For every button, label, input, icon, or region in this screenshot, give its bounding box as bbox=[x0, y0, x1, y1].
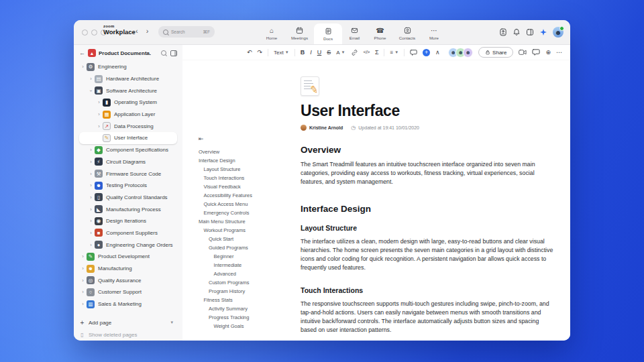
search-input[interactable]: Search ⌘F bbox=[158, 26, 215, 38]
chevron-right-icon[interactable]: › bbox=[88, 159, 94, 165]
sidebar-item-manufacturing-process[interactable]: ›◣Manufacturing Process bbox=[79, 203, 177, 215]
outline-item-emergency-controls[interactable]: Emergency Controls bbox=[199, 208, 297, 217]
align-list-dropdown[interactable]: ≡▼ bbox=[390, 50, 398, 56]
code-icon[interactable]: </> bbox=[364, 50, 370, 55]
outline-item-touch-interactions[interactable]: Touch Interactions bbox=[199, 174, 297, 182]
back-icon[interactable]: ‹ bbox=[136, 27, 138, 35]
outline-item-weight-goals[interactable]: Weight Goals bbox=[199, 322, 297, 330]
tab-meetings[interactable]: Meetings bbox=[285, 20, 314, 44]
outline-item-activity-summary[interactable]: Activity Summary bbox=[199, 304, 297, 313]
outline-item-advanced[interactable]: Advanced bbox=[199, 269, 297, 278]
share-button[interactable]: Share bbox=[478, 47, 513, 58]
chevron-right-icon[interactable]: › bbox=[96, 123, 102, 129]
strikethrough-icon[interactable]: S bbox=[327, 50, 331, 56]
paragraph-overview[interactable]: The Smart Treadmill features an intuitiv… bbox=[301, 160, 554, 186]
collapse-outline-icon[interactable]: ⇤ bbox=[199, 135, 297, 142]
paragraph-touch-interactions[interactable]: The responsive touchscreen supports mult… bbox=[301, 300, 554, 335]
chevron-right-icon[interactable]: › bbox=[80, 253, 86, 259]
heading-touch-interactions[interactable]: Touch Interactions bbox=[301, 286, 549, 294]
document-page[interactable]: ✎ User Interface Kristine Arnold ◷ Updat… bbox=[297, 60, 570, 341]
panel-icon[interactable] bbox=[526, 28, 534, 36]
chevron-right-icon[interactable]: › bbox=[88, 147, 94, 153]
heading-overview[interactable]: Overview bbox=[301, 145, 549, 155]
chevron-right-icon[interactable]: › bbox=[80, 278, 86, 284]
chevron-right-icon[interactable]: › bbox=[88, 206, 94, 213]
outline-item-intermediate[interactable]: Intermediate bbox=[199, 261, 297, 269]
sidebar-item-hardware-architecture[interactable]: ›▤Hardware Architecture bbox=[79, 73, 177, 85]
chevron-right-icon[interactable]: › bbox=[88, 194, 94, 200]
page-title[interactable]: User Interface bbox=[301, 102, 549, 120]
add-page-chevron-icon[interactable]: ▾ bbox=[170, 320, 173, 325]
sidebar-item-quality-control-standards[interactable]: ›▯Quality Control Standards bbox=[79, 192, 177, 204]
sidebar-item-data-processing[interactable]: ›↗Data Processing bbox=[79, 120, 177, 132]
outline-item-beginner[interactable]: Beginner bbox=[199, 252, 297, 261]
ai-sparkle-icon[interactable] bbox=[539, 28, 547, 36]
sidebar-item-circuit-diagrams[interactable]: ›⚡Circuit Diagrams bbox=[79, 156, 177, 168]
collaborator-avatar[interactable]: ☻ bbox=[463, 48, 473, 58]
sidebar-item-testing-protocols[interactable]: ›☻Testing Protocols bbox=[79, 180, 177, 192]
heading-interface-design[interactable]: Interface Design bbox=[301, 204, 549, 214]
sidebar-item-operating-system[interactable]: ›▮Operating System bbox=[79, 97, 177, 109]
chevron-right-icon[interactable]: › bbox=[96, 111, 102, 117]
chevron-right-icon[interactable]: › bbox=[88, 242, 94, 248]
chevron-right-icon[interactable]: › bbox=[96, 99, 102, 105]
tab-email[interactable]: Email bbox=[342, 20, 367, 44]
outline-item-custom-programs[interactable]: Custom Programs bbox=[199, 278, 297, 287]
chevron-right-icon[interactable]: › bbox=[88, 218, 94, 224]
sidebar-item-engineering-change-orders[interactable]: ›●Engineering Change Orders bbox=[79, 239, 177, 251]
paragraph-layout-structure[interactable]: The interface utilizes a clean, modern d… bbox=[301, 237, 554, 272]
underline-icon[interactable]: U bbox=[317, 50, 322, 56]
sidebar-back-icon[interactable]: ← bbox=[79, 50, 85, 56]
sidebar-item-software-architecture[interactable]: ›▣Software Architecture bbox=[79, 84, 177, 97]
outline-item-interface-design[interactable]: Interface Design bbox=[199, 156, 297, 165]
chevron-right-icon[interactable]: › bbox=[80, 64, 86, 70]
bell-icon[interactable] bbox=[513, 28, 521, 36]
outline-item-fitness-stats[interactable]: Fitness Stats bbox=[199, 296, 297, 304]
add-page-button[interactable]: + Add page ▾ bbox=[79, 317, 177, 329]
sidebar-item-quality-assurance[interactable]: ›◎Quality Assurance bbox=[79, 274, 177, 286]
chevron-right-icon[interactable]: › bbox=[80, 289, 86, 295]
user-avatar[interactable]: ☻ bbox=[553, 27, 564, 38]
video-camera-icon[interactable] bbox=[519, 48, 527, 56]
equation-icon[interactable]: Σ bbox=[375, 50, 379, 56]
chevron-right-icon[interactable]: › bbox=[80, 265, 86, 272]
outline-item-program-history[interactable]: Program History bbox=[199, 287, 297, 296]
sidebar-item-engineering[interactable]: ›⚙Engineering bbox=[79, 61, 177, 73]
sidebar-item-sales-marketing[interactable]: ›▥Sales & Marketing bbox=[79, 298, 177, 310]
sidebar-item-manufacturing[interactable]: ›☻Manufacturing bbox=[79, 263, 177, 275]
redo-icon[interactable]: ↷ bbox=[258, 50, 263, 56]
sidebar-item-firmware-source-code[interactable]: ›⚒Firmware Source Code bbox=[79, 168, 177, 180]
profile-icon[interactable] bbox=[499, 28, 507, 36]
outline-item-workout-programs[interactable]: Workout Programs bbox=[199, 226, 297, 235]
sidebar-item-customer-support[interactable]: ›○Customer Support bbox=[79, 286, 177, 298]
minimize-window-icon[interactable] bbox=[91, 29, 97, 36]
italic-icon[interactable]: I bbox=[310, 50, 312, 56]
sidebar-item-design-iterations[interactable]: ›◉Design Iterations bbox=[79, 215, 177, 227]
sidebar-search-icon[interactable] bbox=[161, 50, 166, 56]
outline-item-quick-start[interactable]: Quick Start bbox=[199, 235, 297, 243]
chevron-down-icon[interactable]: › bbox=[88, 88, 94, 94]
tab-home[interactable]: ⌂Home bbox=[258, 20, 285, 44]
text-color-dropdown[interactable]: A▼ bbox=[336, 50, 345, 56]
sidebar-item-component-specifications[interactable]: ›◆Component Specifications bbox=[79, 144, 177, 156]
outline-item-main-menu-structure[interactable]: Main Menu Structure bbox=[199, 217, 297, 226]
sidebar-panel-icon[interactable] bbox=[170, 50, 177, 56]
bold-icon[interactable]: B bbox=[301, 50, 305, 56]
close-window-icon[interactable] bbox=[82, 29, 88, 36]
comment-icon[interactable] bbox=[410, 49, 417, 56]
insert-plus-icon[interactable]: + bbox=[423, 49, 430, 56]
text-style-dropdown[interactable]: Text▼ bbox=[274, 50, 289, 56]
tab-docs[interactable]: Docs bbox=[314, 23, 342, 44]
undo-icon[interactable]: ↶ bbox=[247, 50, 252, 56]
chevron-right-icon[interactable]: › bbox=[88, 76, 94, 82]
outline-item-visual-feedback[interactable]: Visual Feedback bbox=[199, 182, 297, 191]
outline-item-guided-programs[interactable]: Guided Programs bbox=[199, 243, 297, 252]
outline-item-overview[interactable]: Overview bbox=[199, 147, 297, 156]
chevron-right-icon[interactable]: › bbox=[80, 301, 86, 307]
heading-layout-structure[interactable]: Layout Structure bbox=[301, 224, 549, 232]
tab-contacts[interactable]: Contacts bbox=[393, 20, 421, 44]
outline-item-layout-structure[interactable]: Layout Structure bbox=[199, 165, 297, 174]
sidebar-item-application-layer[interactable]: ›▦Application Layer bbox=[79, 109, 177, 121]
chevron-right-icon[interactable]: › bbox=[88, 171, 94, 177]
outline-item-quick-access-menu[interactable]: Quick Access Menu bbox=[199, 200, 297, 208]
